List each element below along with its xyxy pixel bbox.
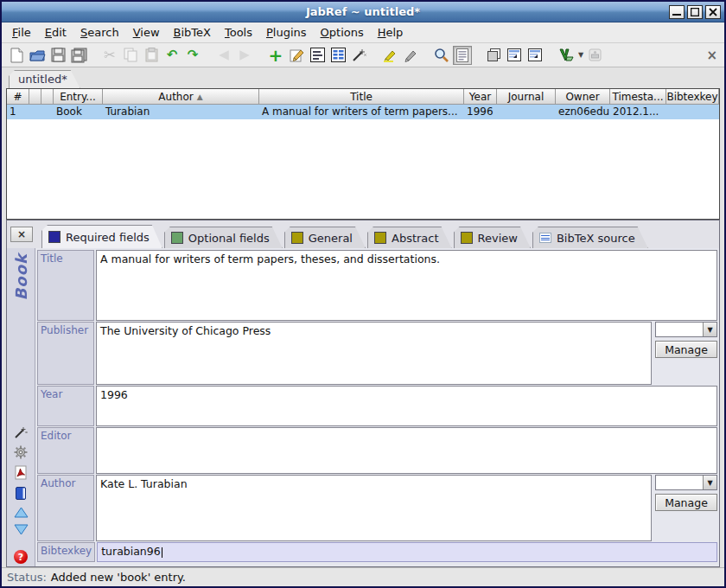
editor-close-button[interactable]: × bbox=[10, 227, 33, 242]
edit-preamble-button[interactable] bbox=[328, 46, 347, 65]
maximize-button[interactable] bbox=[687, 5, 703, 19]
table-row[interactable]: 1 Book Turabian A manual for writers of … bbox=[7, 105, 719, 119]
general-tab-icon bbox=[291, 232, 303, 244]
magic-wand-icon bbox=[351, 48, 366, 63]
col-header-author[interactable]: Author ▲ bbox=[103, 89, 259, 105]
plus-icon: + bbox=[269, 47, 283, 64]
tab-bibtex-source[interactable]: BibTeX source bbox=[532, 227, 648, 248]
fetch-medline-button[interactable] bbox=[525, 46, 544, 65]
menu-edit[interactable]: Edit bbox=[38, 23, 73, 42]
open-book-button[interactable] bbox=[15, 486, 28, 501]
titlebar[interactable]: JabRef ~ untitled* bbox=[2, 2, 724, 22]
year-field-label: Year bbox=[37, 386, 94, 426]
author-word-combobox[interactable]: ▼ bbox=[655, 475, 717, 490]
col-header-entrytype[interactable]: Entry... bbox=[54, 89, 103, 105]
year-field-input[interactable]: 1996 bbox=[96, 386, 717, 426]
editor-fields: Title A manual for writers of term paper… bbox=[35, 248, 719, 566]
tab-untitled[interactable]: untitled* bbox=[9, 70, 80, 88]
menu-plugins[interactable]: Plugins bbox=[259, 23, 314, 42]
editor-field-input[interactable] bbox=[96, 427, 717, 474]
tab-abstract[interactable]: Abstract bbox=[367, 227, 452, 248]
strings-icon bbox=[310, 48, 325, 62]
save-all-button[interactable] bbox=[69, 46, 88, 65]
import-page-icon bbox=[527, 48, 543, 62]
cell-journal bbox=[497, 105, 556, 119]
help-button[interactable]: ? bbox=[14, 550, 28, 564]
col-header-ranking[interactable] bbox=[29, 89, 41, 105]
cell-author: Turabian bbox=[103, 105, 259, 119]
maximize-icon bbox=[691, 8, 699, 16]
combobox-dropdown-icon: ▼ bbox=[707, 326, 712, 334]
fetch-citeseer-button[interactable] bbox=[505, 46, 524, 65]
export-dropdown-icon[interactable]: ▼ bbox=[578, 51, 583, 59]
back-icon: ◀ bbox=[219, 48, 229, 61]
mark-entries-button[interactable] bbox=[380, 46, 399, 65]
col-header-timestamp[interactable]: Timesta... bbox=[610, 89, 666, 105]
publisher-word-combobox[interactable]: ▼ bbox=[655, 322, 717, 337]
open-database-button[interactable] bbox=[28, 46, 47, 65]
author-field-input[interactable]: Kate L. Turabian bbox=[96, 475, 652, 541]
menu-help[interactable]: Help bbox=[371, 23, 411, 42]
up-arrow-icon bbox=[14, 507, 29, 518]
toggle-preview-button[interactable] bbox=[453, 46, 472, 65]
col-header-owner[interactable]: Owner bbox=[556, 89, 610, 105]
new-entry-button[interactable]: + bbox=[266, 46, 285, 65]
tab-optional-fields[interactable]: Optional fields bbox=[164, 227, 283, 248]
edit-entry-button[interactable] bbox=[287, 46, 306, 65]
status-prefix: Status: bbox=[7, 571, 47, 584]
tab-general[interactable]: General bbox=[284, 227, 366, 248]
duplicate-icon bbox=[487, 48, 501, 62]
menu-search[interactable]: Search bbox=[73, 23, 126, 42]
menu-tools[interactable]: Tools bbox=[218, 23, 259, 42]
col-header-bibtexkey[interactable]: Bibtexkey bbox=[666, 89, 719, 105]
menu-options[interactable]: Options bbox=[314, 23, 371, 42]
tab-required-fields[interactable]: Required fields bbox=[41, 225, 162, 248]
next-entry-button[interactable] bbox=[14, 524, 29, 535]
edit-strings-button[interactable] bbox=[308, 46, 327, 65]
bibtexkey-field-input[interactable]: turabian96 bbox=[97, 542, 717, 562]
toolbar: ✂ ↶ ↷ ◀ ▶ + bbox=[2, 43, 724, 67]
save-database-button[interactable] bbox=[48, 46, 67, 65]
close-button[interactable] bbox=[705, 5, 721, 19]
previous-entry-button[interactable] bbox=[14, 507, 29, 518]
unmark-entries-button[interactable] bbox=[401, 46, 420, 65]
cut-button[interactable]: ✂ bbox=[100, 46, 119, 65]
menu-bibtex[interactable]: BibTeX bbox=[167, 23, 218, 42]
col-header-file[interactable] bbox=[41, 89, 54, 105]
col-header-journal[interactable]: Journal bbox=[497, 89, 556, 105]
publisher-manage-button[interactable]: Manage bbox=[655, 341, 717, 358]
redo-button[interactable]: ↷ bbox=[183, 46, 202, 65]
entry-table-panel: # Entry... Author ▲ Title Year Journal O… bbox=[6, 88, 720, 220]
col-header-number[interactable]: # bbox=[7, 89, 29, 105]
bibtex-source-icon bbox=[539, 233, 551, 243]
cell-entrytype: Book bbox=[54, 105, 103, 119]
col-header-year[interactable]: Year bbox=[464, 89, 497, 105]
author-manage-button[interactable]: Manage bbox=[655, 494, 717, 511]
publisher-field-input[interactable]: The University of Chicago Press bbox=[96, 322, 652, 385]
tab-review[interactable]: Review bbox=[454, 227, 531, 248]
settings-button[interactable] bbox=[14, 445, 28, 459]
copy-button[interactable] bbox=[121, 46, 140, 65]
paste-button[interactable] bbox=[142, 46, 161, 65]
open-pdf-button[interactable] bbox=[14, 465, 28, 480]
new-database-button[interactable] bbox=[7, 46, 26, 65]
toolbar-close-icon[interactable]: × bbox=[706, 48, 719, 63]
autogenerate-keys-button[interactable] bbox=[349, 46, 368, 65]
push-to-application-button[interactable] bbox=[585, 46, 604, 65]
search-button[interactable] bbox=[432, 46, 451, 65]
generate-key-button[interactable] bbox=[14, 425, 28, 439]
openoffice-export-button[interactable] bbox=[557, 46, 576, 65]
back-button[interactable]: ◀ bbox=[214, 46, 233, 65]
cell-ranking bbox=[29, 105, 41, 119]
menu-view[interactable]: View bbox=[126, 23, 167, 42]
forward-icon: ▶ bbox=[239, 48, 250, 61]
duplicate-entry-button[interactable] bbox=[484, 46, 503, 65]
undo-button[interactable]: ↶ bbox=[162, 46, 182, 65]
menu-file[interactable]: File bbox=[5, 23, 38, 42]
forward-button[interactable]: ▶ bbox=[235, 46, 254, 65]
title-field-input[interactable]: A manual for writers of term papers, the… bbox=[96, 250, 717, 321]
entry-editor: × Required fields Optional fields Genera… bbox=[6, 220, 720, 567]
col-header-title[interactable]: Title bbox=[259, 89, 464, 105]
minimize-button[interactable] bbox=[669, 5, 685, 19]
open-folder-icon bbox=[29, 48, 46, 62]
